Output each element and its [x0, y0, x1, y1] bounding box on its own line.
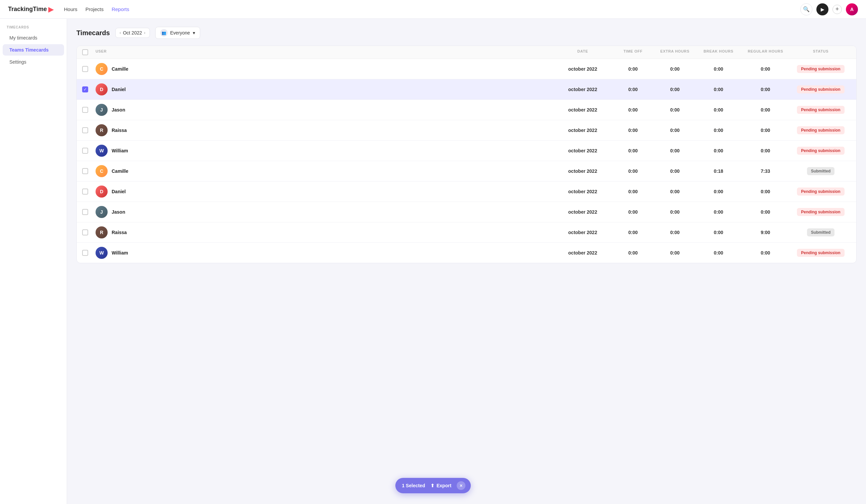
cell-break-hours: 0:18	[697, 169, 740, 174]
plus-icon: +	[835, 6, 839, 13]
cell-date: october 2022	[553, 230, 613, 235]
cell-regular-hours: 0:00	[740, 250, 790, 255]
status-badge: Pending submission	[797, 208, 844, 216]
cell-extra-hours: 0:00	[653, 169, 697, 174]
cell-status: Submitted	[790, 167, 851, 175]
table-header: USER DATE TIME OFF EXTRA HOURS BREAK HOU…	[77, 46, 856, 59]
sidebar: TIMECARDS My timecards Teams Timecards S…	[0, 19, 67, 504]
cell-date: october 2022	[553, 107, 613, 113]
status-badge: Pending submission	[797, 65, 844, 73]
cell-time-off: 0:00	[613, 250, 653, 255]
cell-regular-hours: 0:00	[740, 209, 790, 215]
cell-break-hours: 0:00	[697, 250, 740, 255]
cell-extra-hours: 0:00	[653, 87, 697, 92]
row-checkbox[interactable]	[82, 168, 88, 174]
user-avatar: C	[96, 63, 108, 75]
status-badge: Pending submission	[797, 249, 844, 257]
user-avatar: C	[96, 165, 108, 177]
table-row[interactable]: J Jason october 2022 0:00 0:00 0:00 0:00…	[77, 202, 856, 222]
col-header-extra-hours: EXTRA HOURS	[653, 49, 697, 55]
cell-extra-hours: 0:00	[653, 128, 697, 133]
sidebar-item-settings[interactable]: Settings	[3, 56, 64, 68]
date-next-arrow[interactable]: ›	[144, 31, 145, 35]
page-header: Timecards ‹ Oct 2022 › 👥 Everyone ▾	[76, 27, 857, 39]
close-selection-button[interactable]: ×	[457, 481, 465, 490]
row-checkbox[interactable]	[82, 229, 88, 236]
table-row[interactable]: J Jason october 2022 0:00 0:00 0:00 0:00…	[77, 100, 856, 120]
row-checkbox[interactable]	[82, 148, 88, 154]
cell-status: Pending submission	[790, 126, 851, 134]
cell-checkbox	[82, 229, 96, 236]
sidebar-item-teams-timecards[interactable]: Teams Timecards	[3, 44, 64, 56]
cell-date: october 2022	[553, 250, 613, 255]
col-header-time-off: TIME OFF	[613, 49, 653, 55]
row-checkbox[interactable]	[82, 66, 88, 72]
cell-regular-hours: 0:00	[740, 189, 790, 194]
cell-time-off: 0:00	[613, 87, 653, 92]
cell-regular-hours: 0:00	[740, 66, 790, 72]
timer-play-button[interactable]: ▶	[817, 3, 829, 15]
user-avatar: D	[96, 83, 108, 95]
logo-text: TrackingTime	[8, 6, 47, 13]
cell-regular-hours: 0:00	[740, 87, 790, 92]
cell-user: C Camille	[96, 165, 553, 177]
status-badge: Pending submission	[797, 147, 844, 155]
status-badge: Pending submission	[797, 106, 844, 114]
row-checkbox[interactable]	[82, 127, 88, 133]
play-icon: ▶	[821, 7, 824, 12]
user-name: Camille	[112, 169, 129, 174]
sidebar-item-my-timecards[interactable]: My timecards	[3, 32, 64, 44]
table-row[interactable]: R Raissa october 2022 0:00 0:00 0:00 9:0…	[77, 222, 856, 243]
nav-hours[interactable]: Hours	[64, 7, 77, 12]
cell-date: october 2022	[553, 209, 613, 215]
row-checkbox[interactable]: ✓	[82, 87, 88, 92]
row-checkbox[interactable]	[82, 188, 88, 195]
date-navigation[interactable]: ‹ Oct 2022 ›	[115, 28, 150, 38]
date-prev-arrow[interactable]: ‹	[120, 31, 121, 35]
row-checkbox[interactable]	[82, 107, 88, 113]
user-avatar: R	[96, 124, 108, 136]
cell-status: Pending submission	[790, 65, 851, 73]
row-checkbox[interactable]	[82, 250, 88, 256]
cell-user: W William	[96, 145, 553, 157]
user-avatar: J	[96, 104, 108, 116]
table-row[interactable]: C Camille october 2022 0:00 0:00 0:00 0:…	[77, 59, 856, 79]
top-navigation: TrackingTime ▶ Hours Projects Reports 🔍 …	[0, 0, 866, 19]
user-name: Raissa	[112, 230, 127, 235]
user-avatar[interactable]: A	[846, 3, 858, 15]
table-row[interactable]: C Camille october 2022 0:00 0:00 0:18 7:…	[77, 161, 856, 182]
table-row[interactable]: W William october 2022 0:00 0:00 0:00 0:…	[77, 141, 856, 161]
add-button[interactable]: +	[832, 5, 842, 14]
cell-status: Pending submission	[790, 106, 851, 114]
table-row[interactable]: ✓ D Daniel october 2022 0:00 0:00 0:00 0…	[77, 79, 856, 100]
cell-extra-hours: 0:00	[653, 66, 697, 72]
row-checkbox[interactable]	[82, 209, 88, 215]
timecards-table: USER DATE TIME OFF EXTRA HOURS BREAK HOU…	[76, 46, 857, 263]
cell-checkbox: ✓	[82, 87, 96, 92]
cell-time-off: 0:00	[613, 230, 653, 235]
search-button[interactable]: 🔍	[800, 3, 812, 15]
table-row[interactable]: R Raissa october 2022 0:00 0:00 0:00 0:0…	[77, 120, 856, 141]
nav-reports[interactable]: Reports	[112, 7, 130, 12]
app-logo[interactable]: TrackingTime ▶	[8, 5, 53, 13]
user-avatar: W	[96, 145, 108, 157]
close-icon: ×	[460, 483, 462, 488]
export-button[interactable]: ⬆ Export	[431, 483, 451, 488]
filter-everyone-button[interactable]: 👥 Everyone ▾	[155, 27, 200, 39]
table-row[interactable]: W William october 2022 0:00 0:00 0:00 0:…	[77, 243, 856, 263]
cell-checkbox	[82, 168, 96, 174]
user-name: Daniel	[112, 189, 126, 194]
cell-extra-hours: 0:00	[653, 148, 697, 153]
table-row[interactable]: D Daniel october 2022 0:00 0:00 0:00 0:0…	[77, 182, 856, 202]
col-header-checkbox	[82, 49, 96, 55]
select-all-checkbox[interactable]	[82, 49, 88, 55]
user-avatar: D	[96, 185, 108, 197]
cell-extra-hours: 0:00	[653, 230, 697, 235]
cell-break-hours: 0:00	[697, 148, 740, 153]
cell-user: D Daniel	[96, 83, 553, 95]
cell-time-off: 0:00	[613, 189, 653, 194]
cell-time-off: 0:00	[613, 209, 653, 215]
cell-user: J Jason	[96, 104, 553, 116]
nav-projects[interactable]: Projects	[86, 7, 103, 12]
cell-checkbox	[82, 107, 96, 113]
